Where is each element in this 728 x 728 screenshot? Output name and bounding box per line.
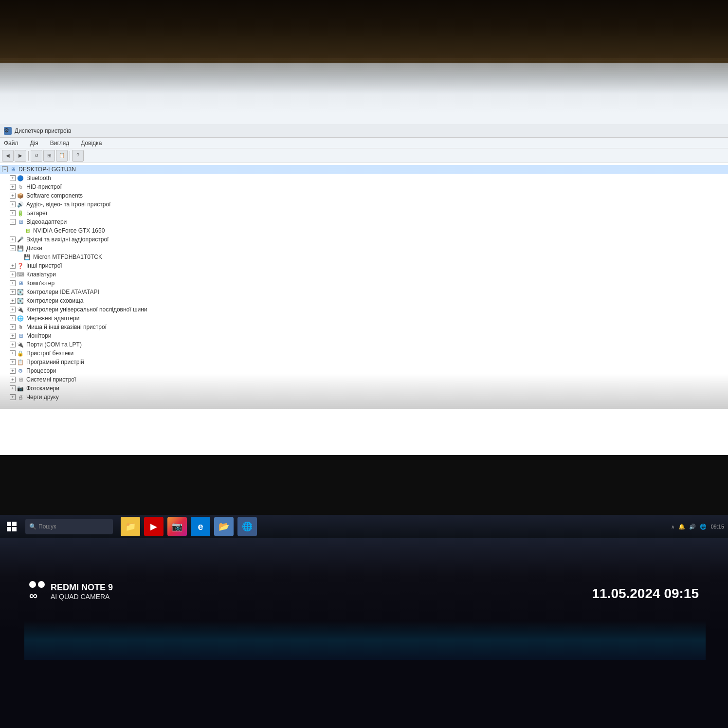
battery-expander[interactable]: + <box>10 210 16 216</box>
system-clock: 09:15 <box>710 524 724 529</box>
usb-expander[interactable]: + <box>10 307 16 312</box>
device-tree: − 🖥 DESKTOP-LGGTU3N + 🔵 Bluetooth + 🖱 HI… <box>0 163 728 455</box>
tree-item-battery[interactable]: + 🔋 Батареї <box>0 209 728 218</box>
toolbar-refresh[interactable]: ↺ <box>31 150 42 162</box>
camera-type: AI QUAD CAMERA <box>51 593 113 601</box>
tree-item-mouse[interactable]: + 🖱 Миша й інші вказівні пристрої <box>0 323 728 331</box>
other-expander[interactable]: + <box>10 263 16 269</box>
tree-item-firmware[interactable]: + 📋 Програмний пристрій <box>0 358 728 366</box>
monitor-expander[interactable]: + <box>10 333 16 339</box>
audio-io-icon: 🎤 <box>17 236 24 243</box>
toolbar-forward[interactable]: ▶ <box>15 150 26 162</box>
software-label: Software components <box>26 192 83 199</box>
computer-icon: 🖥 <box>17 279 24 287</box>
taskbar-app-instagram[interactable]: 📷 <box>167 517 187 536</box>
tree-item-micron[interactable]: 💾 Micron MTFDHBA1T0TCK <box>0 253 728 261</box>
search-placeholder: Пошук <box>38 523 56 530</box>
disk-expander[interactable]: − <box>10 245 16 251</box>
tree-root[interactable]: − 🖥 DESKTOP-LGGTU3N <box>0 165 728 174</box>
keyboard-icon: ⌨ <box>17 271 24 278</box>
toolbar-back[interactable]: ◀ <box>2 150 14 162</box>
processor-expander[interactable]: + <box>10 368 16 374</box>
tree-item-software[interactable]: + 📦 Software components <box>0 191 728 200</box>
tree-item-audio[interactable]: + 🔊 Аудіо-, відео- та ігрові пристрої <box>0 200 728 209</box>
firmware-label: Програмний пристрій <box>26 359 84 365</box>
tree-item-disk[interactable]: − 💾 Диски <box>0 244 728 253</box>
audio-expander[interactable]: + <box>10 201 16 207</box>
window-title: Диспетчер пристроїв <box>15 127 71 134</box>
toolbar-separator-2 <box>70 151 70 161</box>
audio-io-expander[interactable]: + <box>10 237 16 242</box>
mouse-expander[interactable]: + <box>10 324 16 330</box>
start-button[interactable] <box>0 515 23 538</box>
svg-rect-3 <box>12 527 17 531</box>
tree-item-keyboard[interactable]: + ⌨ Клавіатури <box>0 270 728 279</box>
tray-chevron[interactable]: ∧ <box>671 524 674 529</box>
taskbar-app-youtube[interactable]: ▶ <box>144 517 164 536</box>
tree-item-display[interactable]: − 🖥 Відеоадаптери <box>0 218 728 226</box>
micron-label: Micron MTFDHBA1T0TCK <box>33 254 102 260</box>
menu-view[interactable]: Вигляд <box>48 139 71 147</box>
ports-expander[interactable]: + <box>10 342 16 347</box>
display-icon: 🖥 <box>17 218 24 226</box>
system-expander[interactable]: + <box>10 377 16 382</box>
taskbar-app-network[interactable]: 🌐 <box>237 517 257 536</box>
network-expander[interactable]: + <box>10 315 16 321</box>
root-expander[interactable]: − <box>2 166 8 172</box>
mouse-label: Миша й інші вказівні пристрої <box>26 324 107 330</box>
tree-item-system[interactable]: + 🖥 Системні пристрої <box>0 375 728 384</box>
computer-expander[interactable]: + <box>10 280 16 286</box>
tree-item-processor[interactable]: + ⚙ Процесори <box>0 366 728 375</box>
tree-item-other[interactable]: + ❓ Інші пристрої <box>0 261 728 270</box>
device-manager-window: ⚙ Диспетчер пристроїв Файл Дія Вигляд До… <box>0 124 728 455</box>
tree-item-camera[interactable]: + 📷 Фотокамери <box>0 384 728 393</box>
tray-volume[interactable]: 🔊 <box>689 524 696 530</box>
taskbar-app-edge[interactable]: e <box>191 517 210 536</box>
menu-bar: Файл Дія Вигляд Довідка <box>0 138 728 148</box>
ide-expander[interactable]: + <box>10 289 16 295</box>
toolbar-icon1[interactable]: ⊞ <box>43 150 55 162</box>
tree-item-storage[interactable]: + 💽 Контролери сховища <box>0 296 728 305</box>
tree-item-usb[interactable]: + 🔌 Контролери універсальної послідовної… <box>0 305 728 314</box>
software-expander[interactable]: + <box>10 193 16 199</box>
menu-action[interactable]: Дія <box>28 139 40 147</box>
redmi-icon: ∞ <box>29 581 45 601</box>
bluetooth-expander[interactable]: + <box>10 175 16 181</box>
audio-icon: 🔊 <box>17 200 24 208</box>
firmware-expander[interactable]: + <box>10 359 16 365</box>
menu-file[interactable]: Файл <box>2 139 20 147</box>
ports-icon: 🔌 <box>17 341 24 348</box>
tree-item-network[interactable]: + 🌐 Мережеві адаптери <box>0 314 728 323</box>
tree-item-audio-io[interactable]: + 🎤 Вхідні та вихідні аудіопристрої <box>0 235 728 244</box>
tree-item-computer[interactable]: + 🖥 Комп'ютер <box>0 279 728 288</box>
keyboard-expander[interactable]: + <box>10 272 16 277</box>
print-expander[interactable]: + <box>10 394 16 400</box>
tree-item-bluetooth[interactable]: + 🔵 Bluetooth <box>0 174 728 182</box>
tree-item-nvidia[interactable]: 🖥 NVIDIA GeForce GTX 1650 <box>0 226 728 235</box>
toolbar-help[interactable]: ? <box>72 150 84 162</box>
menu-help[interactable]: Довідка <box>79 139 104 147</box>
taskbar-app-files[interactable]: 📁 <box>121 517 140 536</box>
security-icon: 🔒 <box>17 349 24 357</box>
display-expander[interactable]: − <box>10 219 16 225</box>
keyboard-label: Клавіатури <box>26 271 56 278</box>
tree-item-monitor[interactable]: + 🖥 Монітори <box>0 331 728 340</box>
toolbar-icon2[interactable]: 📋 <box>56 150 68 162</box>
tree-item-ide[interactable]: + 💽 Контролери IDE ATA/ATAPI <box>0 288 728 296</box>
security-expander[interactable]: + <box>10 350 16 356</box>
title-bar: ⚙ Диспетчер пристроїв <box>0 124 728 138</box>
tray-network-icon[interactable]: 🌐 <box>700 524 707 530</box>
camera-expander[interactable]: + <box>10 385 16 391</box>
tree-item-security[interactable]: + 🔒 Пристрої безпеки <box>0 349 728 358</box>
taskbar-app-folder[interactable]: 📂 <box>214 517 234 536</box>
tree-item-print[interactable]: + 🖨 Черги друку <box>0 393 728 401</box>
storage-expander[interactable]: + <box>10 298 16 304</box>
storage-label: Контролери сховища <box>26 297 83 304</box>
ports-label: Порти (COM та LPT) <box>26 341 82 348</box>
top-dark-area <box>0 0 728 63</box>
hid-expander[interactable]: + <box>10 184 16 190</box>
search-bar[interactable]: 🔍 Пошук <box>25 519 113 534</box>
tree-item-ports[interactable]: + 🔌 Порти (COM та LPT) <box>0 340 728 349</box>
taskbar: 🔍 Пошук 📁 ▶ 📷 e 📂 🌐 ∧ 🔔 🔊 🌐 09:15 <box>0 515 728 538</box>
tree-item-hid[interactable]: + 🖱 HID-пристрої <box>0 182 728 191</box>
